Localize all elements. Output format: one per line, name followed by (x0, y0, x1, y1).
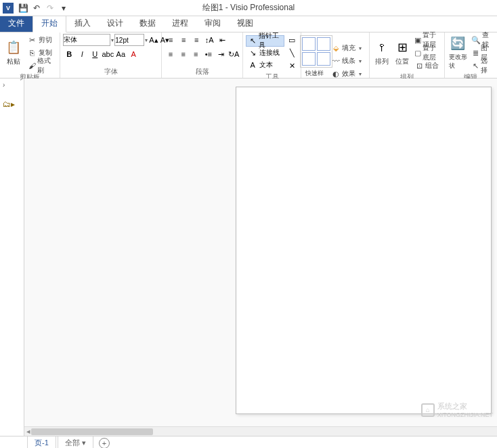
format-painter-button[interactable]: 🖌格式刷 (26, 60, 57, 72)
layers-icon: ≣ (471, 48, 479, 58)
tab-home[interactable]: 开始 (33, 14, 66, 32)
tab-file[interactable]: 文件 (0, 15, 33, 32)
underline-button[interactable]: U (89, 48, 101, 60)
align-icon: ⫯ (374, 39, 390, 55)
group-arrange: ⫯ 排列 ⊞ 位置 ▣置于顶层 ▢置于底层 ⊡组合 排列 (370, 32, 444, 78)
group-paragraph: ≡ ≡ ≡ ↕A ⇤ ≡ ≡ ≡ •≡ ⇥ ↻A 段落 (162, 32, 243, 78)
title-bar: V 💾 ↶ ↷ ▾ 绘图1 - Visio Professional (0, 0, 497, 16)
paste-button[interactable]: 📋 粘贴 (3, 34, 25, 72)
indent-dec-button[interactable]: ⇤ (216, 34, 228, 46)
tab-design[interactable]: 设计 (99, 15, 131, 32)
ribbon: 📋 粘贴 ✂剪切 ⎘复制 🖌格式刷 剪贴板 ▾ ▾ A▴ A▾ B (0, 32, 497, 79)
scroll-thumb[interactable] (31, 428, 153, 435)
freeform-tool-button[interactable]: ✕ (286, 60, 298, 72)
group-icon: ⊡ (414, 61, 424, 70)
tab-data[interactable]: 数据 (131, 15, 164, 32)
scissors-icon: ✂ (28, 35, 37, 45)
strike-button[interactable]: abc (102, 48, 114, 60)
qat-dropdown[interactable]: ▾ (57, 1, 70, 15)
orientation-button[interactable]: ↕A (203, 34, 215, 46)
brush-icon: 🖌 (28, 61, 37, 70)
connector-icon: ↘ (248, 48, 257, 58)
page-tab-all[interactable]: 全部 ▾ (58, 436, 93, 449)
select-button[interactable]: ↖选择 (470, 60, 494, 72)
align-center-button[interactable]: ≡ (177, 48, 190, 60)
grow-font-button[interactable]: A▴ (148, 34, 158, 46)
page-tabs-bar: 页-1 全部 ▾ + (0, 436, 497, 448)
save-button[interactable]: 💾 (16, 1, 30, 15)
search-icon: 🔍 (471, 35, 481, 45)
tab-view[interactable]: 视图 (229, 15, 261, 32)
font-name-select[interactable] (63, 34, 110, 46)
font-size-dropdown[interactable]: ▾ (145, 37, 148, 43)
stencil-icon[interactable]: 🗂▸ (3, 99, 21, 109)
font-size-select[interactable] (114, 34, 144, 46)
group-clipboard: 📋 粘贴 ✂剪切 ⎘复制 🖌格式刷 剪贴板 (0, 32, 60, 78)
send-back-button[interactable]: ▢置于底层 (413, 47, 441, 59)
font-name-dropdown[interactable]: ▾ (111, 37, 114, 43)
redo-button[interactable]: ↷ (43, 1, 57, 15)
group-editing: 🔄 更改形状 🔍查找 ≣图层 ↖选择 编辑 (445, 32, 497, 78)
group-shape-styles: 快速样式 ⬙填充▾ 〰线条▾ ◐效果▾ 形状样式 (301, 32, 370, 78)
paste-icon: 📋 (5, 39, 22, 55)
align-right-button[interactable]: ≡ (190, 48, 202, 60)
send-back-icon: ▢ (414, 48, 421, 58)
select-icon: ↖ (471, 61, 479, 70)
line-tool-button[interactable]: ╲ (286, 47, 298, 59)
position-button[interactable]: ⊞ 位置 (393, 34, 412, 72)
align-bottom-button[interactable]: ≡ (190, 34, 202, 46)
group-button[interactable]: ⊡组合 (413, 60, 441, 72)
tab-review[interactable]: 审阅 (196, 15, 229, 32)
horizontal-scrollbar[interactable]: ◂ (24, 426, 497, 436)
workspace: › 🗂▸ ◂ (0, 79, 497, 436)
panel-collapse-chevron[interactable]: › (3, 81, 21, 89)
drawing-page[interactable] (236, 87, 492, 414)
rectangle-tool-button[interactable]: ▭ (286, 34, 298, 46)
group-font: ▾ ▾ A▴ A▾ B I U abc Aa A 字体 (60, 32, 162, 78)
fill-icon: ⬙ (331, 43, 341, 53)
fill-button[interactable]: ⬙填充▾ (330, 42, 365, 54)
undo-button[interactable]: ↶ (30, 1, 43, 15)
app-icon: V (3, 3, 14, 14)
bold-button[interactable]: B (63, 48, 75, 60)
tab-insert[interactable]: 插入 (66, 15, 99, 32)
position-icon: ⊞ (394, 39, 410, 55)
align-left-button[interactable]: ≡ (165, 48, 177, 60)
indent-inc-button[interactable]: ⇥ (215, 48, 228, 60)
pointer-icon: ↖ (248, 36, 257, 45)
italic-button[interactable]: I (76, 48, 88, 60)
text-tool-button[interactable]: A文本 (246, 60, 284, 71)
window-title: 绘图1 - Visio Professional (202, 2, 295, 14)
change-shape-button[interactable]: 🔄 更改形状 (448, 34, 469, 72)
text-case-button[interactable]: Aa (114, 48, 127, 60)
pointer-tool-button[interactable]: ↖指针工具 (246, 35, 284, 47)
rotate-text-button[interactable]: ↻A (228, 48, 240, 60)
bring-front-icon: ▣ (414, 35, 421, 45)
text-icon: A (248, 60, 257, 70)
shapes-panel: › 🗂▸ (0, 79, 24, 436)
copy-icon: ⎘ (28, 48, 37, 58)
group-label-paragraph: 段落 (165, 66, 240, 76)
align-middle-button[interactable]: ≡ (177, 34, 190, 46)
page-tab-1[interactable]: 页-1 (27, 436, 56, 449)
style-gallery-icon (300, 35, 332, 68)
line-icon: 〰 (331, 56, 341, 66)
group-tools: ↖指针工具 ↘连接线 A文本 ▭ ╲ ✕ 工具 (243, 32, 301, 78)
tab-process[interactable]: 进程 (164, 15, 196, 32)
change-shape-icon: 🔄 (450, 35, 466, 51)
bullets-button[interactable]: •≡ (202, 48, 215, 60)
group-label-font: 字体 (63, 66, 158, 76)
canvas[interactable]: ◂ (24, 79, 497, 436)
align-button[interactable]: ⫯ 排列 (372, 34, 391, 72)
effects-icon: ◐ (331, 69, 341, 79)
connector-tool-button[interactable]: ↘连接线 (246, 47, 284, 59)
align-top-button[interactable]: ≡ (165, 34, 177, 46)
add-page-button[interactable]: + (99, 438, 110, 449)
font-color-button[interactable]: A (127, 48, 139, 60)
line-button[interactable]: 〰线条▾ (330, 55, 365, 67)
cut-button[interactable]: ✂剪切 (26, 34, 57, 46)
